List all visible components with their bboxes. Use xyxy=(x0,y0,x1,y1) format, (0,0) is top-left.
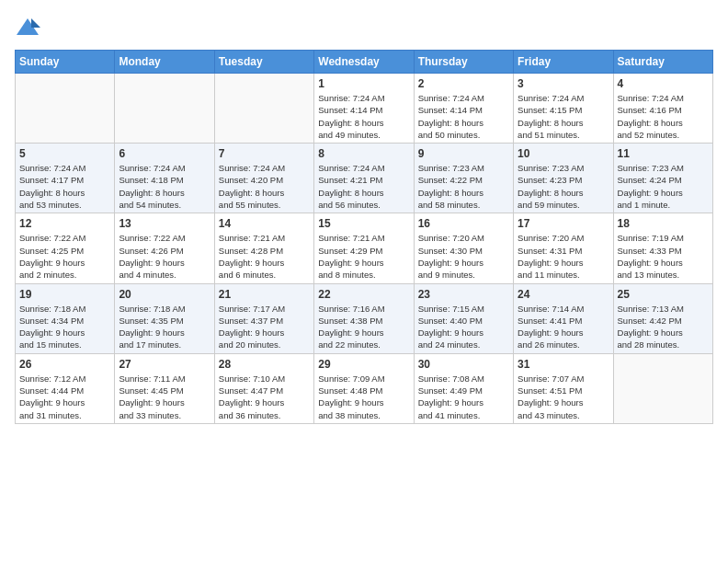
day-number: 22 xyxy=(318,288,409,301)
table-row: 11Sunrise: 7:23 AM Sunset: 4:24 PM Dayli… xyxy=(613,144,712,213)
day-info: Sunrise: 7:13 AM Sunset: 4:42 PM Dayligh… xyxy=(618,303,709,351)
table-row xyxy=(115,74,214,144)
table-row: 21Sunrise: 7:17 AM Sunset: 4:37 PM Dayli… xyxy=(214,283,313,353)
calendar-table: Sunday Monday Tuesday Wednesday Thursday… xyxy=(15,50,713,424)
day-info: Sunrise: 7:24 AM Sunset: 4:15 PM Dayligh… xyxy=(518,92,609,141)
header xyxy=(15,15,713,40)
day-number: 10 xyxy=(518,147,609,160)
header-row: Sunday Monday Tuesday Wednesday Thursday… xyxy=(16,51,713,74)
table-row: 1Sunrise: 7:24 AM Sunset: 4:14 PM Daylig… xyxy=(314,74,414,144)
table-row: 22Sunrise: 7:16 AM Sunset: 4:38 PM Dayli… xyxy=(314,283,414,353)
day-info: Sunrise: 7:24 AM Sunset: 4:16 PM Dayligh… xyxy=(618,92,709,141)
day-number: 1 xyxy=(318,77,409,90)
table-row xyxy=(613,353,712,423)
table-row: 14Sunrise: 7:21 AM Sunset: 4:28 PM Dayli… xyxy=(214,213,313,283)
day-number: 27 xyxy=(119,358,210,371)
table-row: 30Sunrise: 7:08 AM Sunset: 4:49 PM Dayli… xyxy=(414,353,513,423)
day-info: Sunrise: 7:09 AM Sunset: 4:48 PM Dayligh… xyxy=(318,373,409,421)
day-info: Sunrise: 7:23 AM Sunset: 4:22 PM Dayligh… xyxy=(418,162,509,211)
logo xyxy=(15,15,44,40)
page: Sunday Monday Tuesday Wednesday Thursday… xyxy=(0,0,728,563)
table-row: 8Sunrise: 7:24 AM Sunset: 4:21 PM Daylig… xyxy=(314,144,414,213)
table-row: 7Sunrise: 7:24 AM Sunset: 4:20 PM Daylig… xyxy=(214,144,313,213)
day-info: Sunrise: 7:18 AM Sunset: 4:34 PM Dayligh… xyxy=(19,303,110,351)
day-info: Sunrise: 7:18 AM Sunset: 4:35 PM Dayligh… xyxy=(119,303,210,351)
col-saturday: Saturday xyxy=(613,51,712,74)
day-number: 13 xyxy=(119,217,210,230)
table-row: 3Sunrise: 7:24 AM Sunset: 4:15 PM Daylig… xyxy=(514,74,613,144)
day-number: 25 xyxy=(618,288,709,301)
col-friday: Friday xyxy=(514,51,613,74)
day-info: Sunrise: 7:16 AM Sunset: 4:38 PM Dayligh… xyxy=(318,303,409,351)
table-row: 26Sunrise: 7:12 AM Sunset: 4:44 PM Dayli… xyxy=(16,353,115,423)
day-info: Sunrise: 7:08 AM Sunset: 4:49 PM Dayligh… xyxy=(418,373,509,421)
svg-marker-1 xyxy=(31,18,40,28)
table-row: 27Sunrise: 7:11 AM Sunset: 4:45 PM Dayli… xyxy=(115,353,214,423)
table-row: 5Sunrise: 7:24 AM Sunset: 4:17 PM Daylig… xyxy=(16,144,115,213)
day-info: Sunrise: 7:24 AM Sunset: 4:18 PM Dayligh… xyxy=(119,162,210,211)
day-info: Sunrise: 7:24 AM Sunset: 4:14 PM Dayligh… xyxy=(318,92,409,141)
day-number: 2 xyxy=(418,77,509,90)
table-row: 12Sunrise: 7:22 AM Sunset: 4:25 PM Dayli… xyxy=(16,213,115,283)
calendar-week-row: 12Sunrise: 7:22 AM Sunset: 4:25 PM Dayli… xyxy=(16,213,713,283)
table-row: 28Sunrise: 7:10 AM Sunset: 4:47 PM Dayli… xyxy=(214,353,313,423)
day-info: Sunrise: 7:24 AM Sunset: 4:14 PM Dayligh… xyxy=(418,92,509,141)
calendar-week-row: 19Sunrise: 7:18 AM Sunset: 4:34 PM Dayli… xyxy=(16,283,713,353)
day-number: 14 xyxy=(219,217,310,230)
col-sunday: Sunday xyxy=(16,51,115,74)
table-row: 10Sunrise: 7:23 AM Sunset: 4:23 PM Dayli… xyxy=(514,144,613,213)
table-row: 24Sunrise: 7:14 AM Sunset: 4:41 PM Dayli… xyxy=(514,283,613,353)
table-row: 15Sunrise: 7:21 AM Sunset: 4:29 PM Dayli… xyxy=(314,213,414,283)
day-info: Sunrise: 7:22 AM Sunset: 4:25 PM Dayligh… xyxy=(19,232,110,281)
day-number: 30 xyxy=(418,358,509,371)
table-row xyxy=(16,74,115,144)
day-number: 5 xyxy=(19,147,110,160)
day-number: 4 xyxy=(618,77,709,90)
day-info: Sunrise: 7:15 AM Sunset: 4:40 PM Dayligh… xyxy=(418,303,509,351)
day-number: 3 xyxy=(518,77,609,90)
calendar-week-row: 26Sunrise: 7:12 AM Sunset: 4:44 PM Dayli… xyxy=(16,353,713,423)
col-wednesday: Wednesday xyxy=(314,51,414,74)
day-info: Sunrise: 7:21 AM Sunset: 4:29 PM Dayligh… xyxy=(318,232,409,281)
day-number: 20 xyxy=(119,288,210,301)
day-info: Sunrise: 7:23 AM Sunset: 4:24 PM Dayligh… xyxy=(618,162,709,211)
day-number: 24 xyxy=(518,288,609,301)
day-info: Sunrise: 7:11 AM Sunset: 4:45 PM Dayligh… xyxy=(119,373,210,421)
day-number: 9 xyxy=(418,147,509,160)
table-row: 23Sunrise: 7:15 AM Sunset: 4:40 PM Dayli… xyxy=(414,283,513,353)
day-number: 7 xyxy=(219,147,310,160)
logo-icon xyxy=(15,15,40,40)
day-info: Sunrise: 7:19 AM Sunset: 4:33 PM Dayligh… xyxy=(618,232,709,281)
day-info: Sunrise: 7:14 AM Sunset: 4:41 PM Dayligh… xyxy=(518,303,609,351)
day-number: 16 xyxy=(418,217,509,230)
day-number: 21 xyxy=(219,288,310,301)
table-row: 18Sunrise: 7:19 AM Sunset: 4:33 PM Dayli… xyxy=(613,213,712,283)
table-row: 16Sunrise: 7:20 AM Sunset: 4:30 PM Dayli… xyxy=(414,213,513,283)
day-info: Sunrise: 7:21 AM Sunset: 4:28 PM Dayligh… xyxy=(219,232,310,281)
table-row: 2Sunrise: 7:24 AM Sunset: 4:14 PM Daylig… xyxy=(414,74,513,144)
day-number: 12 xyxy=(19,217,110,230)
day-number: 26 xyxy=(19,358,110,371)
day-number: 15 xyxy=(318,217,409,230)
day-number: 11 xyxy=(618,147,709,160)
col-monday: Monday xyxy=(115,51,214,74)
table-row: 31Sunrise: 7:07 AM Sunset: 4:51 PM Dayli… xyxy=(514,353,613,423)
day-info: Sunrise: 7:12 AM Sunset: 4:44 PM Dayligh… xyxy=(19,373,110,421)
day-info: Sunrise: 7:24 AM Sunset: 4:17 PM Dayligh… xyxy=(19,162,110,211)
day-info: Sunrise: 7:10 AM Sunset: 4:47 PM Dayligh… xyxy=(219,373,310,421)
day-info: Sunrise: 7:24 AM Sunset: 4:20 PM Dayligh… xyxy=(219,162,310,211)
day-number: 29 xyxy=(318,358,409,371)
day-number: 31 xyxy=(518,358,609,371)
table-row: 20Sunrise: 7:18 AM Sunset: 4:35 PM Dayli… xyxy=(115,283,214,353)
day-number: 23 xyxy=(418,288,509,301)
table-row: 6Sunrise: 7:24 AM Sunset: 4:18 PM Daylig… xyxy=(115,144,214,213)
day-number: 28 xyxy=(219,358,310,371)
table-row: 13Sunrise: 7:22 AM Sunset: 4:26 PM Dayli… xyxy=(115,213,214,283)
day-info: Sunrise: 7:24 AM Sunset: 4:21 PM Dayligh… xyxy=(318,162,409,211)
table-row: 17Sunrise: 7:20 AM Sunset: 4:31 PM Dayli… xyxy=(514,213,613,283)
day-number: 19 xyxy=(19,288,110,301)
day-info: Sunrise: 7:07 AM Sunset: 4:51 PM Dayligh… xyxy=(518,373,609,421)
table-row: 19Sunrise: 7:18 AM Sunset: 4:34 PM Dayli… xyxy=(16,283,115,353)
day-number: 8 xyxy=(318,147,409,160)
calendar-week-row: 1Sunrise: 7:24 AM Sunset: 4:14 PM Daylig… xyxy=(16,74,713,144)
